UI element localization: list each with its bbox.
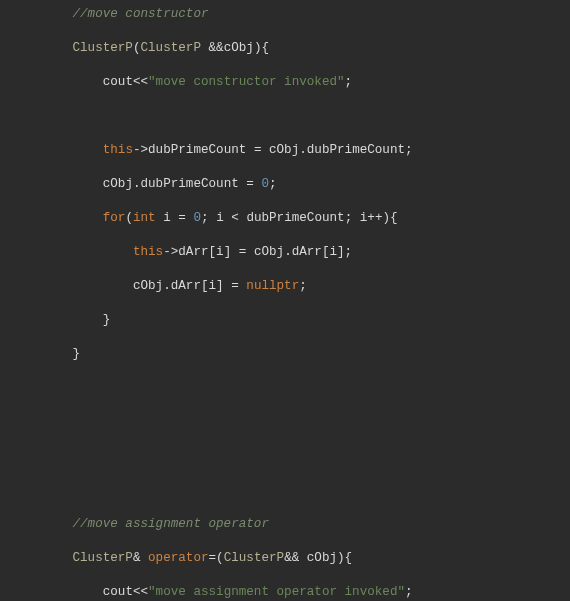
code-line xyxy=(0,448,570,465)
code-line: //move constructor xyxy=(0,6,570,23)
code-line: } xyxy=(0,346,570,363)
code-line: cObj.dArr[i] = nullptr; xyxy=(0,278,570,295)
comment: //move constructor xyxy=(72,7,208,21)
code-line: this->dubPrimeCount = cObj.dubPrimeCount… xyxy=(0,142,570,159)
code-line: cObj.dubPrimeCount = 0; xyxy=(0,176,570,193)
code-line: //move assignment operator xyxy=(0,516,570,533)
comment: //move assignment operator xyxy=(72,517,269,531)
code-line: ClusterP(ClusterP &&cObj){ xyxy=(0,40,570,57)
code-line: cout<<"move constructor invoked"; xyxy=(0,74,570,91)
code-line xyxy=(0,380,570,397)
code-line: this->dArr[i] = cObj.dArr[i]; xyxy=(0,244,570,261)
code-block: //move constructor ClusterP(ClusterP &&c… xyxy=(0,0,570,601)
code-line: cout<<"move assignment operator invoked"… xyxy=(0,584,570,601)
code-line xyxy=(0,482,570,499)
code-line: for(int i = 0; i < dubPrimeCount; i++){ xyxy=(0,210,570,227)
code-line: ClusterP& operator=(ClusterP&& cObj){ xyxy=(0,550,570,567)
code-line: } xyxy=(0,312,570,329)
code-line xyxy=(0,414,570,431)
code-line xyxy=(0,108,570,125)
